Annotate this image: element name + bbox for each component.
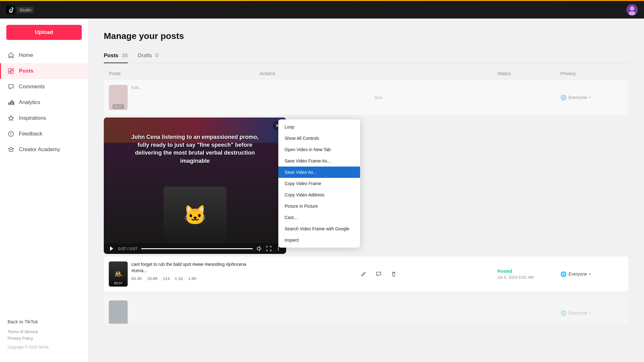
post-actions-col <box>260 269 497 279</box>
privacy-selector-3[interactable]: 🌐 Everyone ▾ <box>560 310 623 316</box>
terms-link[interactable]: Terms of Service <box>8 329 80 334</box>
post-thumbnail-area: 00:07 Edit... <box>109 85 260 110</box>
ctx-loop[interactable]: Loop <box>278 121 360 133</box>
sidebar-item-creator-academy[interactable]: Creator Academy <box>0 142 88 157</box>
ctx-cast[interactable]: Cast... <box>278 212 360 223</box>
thumb-image: 00:07 <box>109 85 128 110</box>
table-row: 00:07 Edit... Blah 🌐 Everyone ▾ <box>104 80 628 115</box>
ctx-search-google[interactable]: Search Video Frame with Google <box>278 223 360 234</box>
video-animal-visual: 🐱 <box>164 187 226 243</box>
post-stats: 83.4K 16.8K 114 1.1K 1.6K <box>131 276 260 281</box>
sidebar-bottom: Back to TikTok Terms of Service Privacy … <box>0 313 88 356</box>
thumb-image: 🤼 00:07 <box>109 261 128 287</box>
svg-rect-10 <box>12 100 13 105</box>
ctx-copy-frame[interactable]: Copy Video Frame <box>278 178 360 189</box>
post-actions-col: Blah <box>260 95 497 100</box>
feedback-icon <box>8 130 14 137</box>
post-thumbnail-area-2 <box>109 300 260 324</box>
video-modal-wrapper: × John Cena listening to an empassioned … <box>104 118 628 254</box>
col-header-actions: Actions <box>260 71 497 76</box>
inspirations-icon <box>8 115 14 122</box>
home-icon <box>8 52 14 59</box>
tab-drafts[interactable]: Drafts 0 <box>138 49 158 63</box>
sidebar-label-inspirations: Inspirations <box>19 115 46 121</box>
svg-rect-8 <box>8 102 9 105</box>
ctx-picture-in-picture[interactable]: Picture in Picture <box>278 200 360 212</box>
ctx-open-new-tab[interactable]: Open Video in New Tab <box>278 144 360 155</box>
chevron-down-icon: ▾ <box>589 95 591 100</box>
sidebar-label-home: Home <box>19 52 33 58</box>
time-current: 0:07 <box>118 246 126 251</box>
fullscreen-button[interactable] <box>266 246 272 251</box>
comments-icon <box>8 83 14 90</box>
stat-bookmarks: 1.6K <box>188 276 197 281</box>
tab-posts-count: 38 <box>122 52 128 58</box>
video-frame: John Cena listening to an empassioned pr… <box>104 118 286 243</box>
globe-icon: 🌐 <box>560 95 567 101</box>
svg-rect-6 <box>11 71 14 74</box>
sidebar-item-feedback[interactable]: Feedback <box>0 126 88 142</box>
stat-comments: 114 <box>163 276 170 281</box>
academy-icon <box>8 146 14 153</box>
stat-likes: 16.8K <box>147 276 158 281</box>
edit-icon[interactable] <box>358 269 369 279</box>
delete-icon[interactable] <box>389 269 399 279</box>
table-header: Posts Actions Status Privacy <box>104 71 628 80</box>
privacy-selector[interactable]: 🌐 Everyone ▾ <box>560 95 623 101</box>
upload-button[interactable]: Upload <box>6 25 82 40</box>
sidebar-item-posts[interactable]: Posts <box>0 63 88 79</box>
back-to-tiktok-link[interactable]: Back to TikTok <box>8 319 80 324</box>
comment-icon[interactable] <box>374 269 384 279</box>
video-overlay-text-content: John Cena listening to an empassioned pr… <box>131 134 258 164</box>
table-row: 🌐 Everyone ▾ <box>104 295 628 324</box>
studio-badge: Studio <box>17 7 34 13</box>
sidebar-item-analytics[interactable]: Analytics <box>0 95 88 110</box>
svg-point-16 <box>278 248 279 249</box>
post-caption: Edit... <box>131 85 260 90</box>
svg-point-17 <box>278 250 279 251</box>
stat-views: 83.4K <box>131 276 142 281</box>
sidebar-item-home[interactable]: Home <box>0 47 88 63</box>
progress-fill <box>141 248 253 249</box>
stat-shares: 1.1K <box>175 276 183 281</box>
privacy-selector[interactable]: 🌐 Everyone ▾ <box>560 271 623 277</box>
globe-icon-3: 🌐 <box>560 310 567 316</box>
time-total: 0:07 <box>130 246 137 251</box>
ctx-show-controls[interactable]: Show All Controls <box>278 133 360 144</box>
ctx-save-frame[interactable]: Save Video Frame As... <box>278 155 360 167</box>
analytics-icon <box>8 99 14 106</box>
col-header-posts: Posts <box>109 71 260 76</box>
svg-rect-5 <box>11 69 14 70</box>
video-player: × John Cena listening to an empassioned … <box>104 118 286 254</box>
sidebar-item-inspirations[interactable]: Inspirations <box>0 110 88 126</box>
thumb-duration: 00:07 <box>113 281 124 285</box>
svg-rect-4 <box>8 69 11 71</box>
footer-links: Terms of Service Privacy Policy Copyrigh… <box>8 329 80 349</box>
mute-button[interactable] <box>257 246 262 251</box>
svg-rect-11 <box>13 101 14 105</box>
privacy-label: Everyone <box>569 95 587 100</box>
post-thumbnail-area: 🤼 00:07 cant forget to rub the bald spot… <box>109 261 260 287</box>
sidebar-item-comments[interactable]: Comments <box>0 79 88 95</box>
svg-marker-14 <box>110 246 113 251</box>
tab-drafts-label: Drafts <box>138 52 152 58</box>
svg-rect-7 <box>8 72 11 74</box>
tiktok-logo-icon <box>6 5 15 14</box>
video-caption-overlay: John Cena listening to an empassioned pr… <box>131 133 259 165</box>
time-display: 0:07 / 0:07 <box>118 246 137 251</box>
play-button[interactable] <box>109 246 114 251</box>
progress-bar[interactable] <box>141 248 253 249</box>
topbar-avatar[interactable] <box>626 4 638 15</box>
ctx-inspect[interactable]: Inspect <box>278 234 360 246</box>
ctx-copy-address[interactable]: Copy Video Address <box>278 189 360 200</box>
sidebar-label-analytics: Analytics <box>19 99 40 106</box>
ctx-save-video-as[interactable]: Save Video As... <box>278 167 360 178</box>
post-meta: Edit... <box>131 85 260 93</box>
table-row: 🤼 00:07 cant forget to rub the bald spot… <box>104 256 628 292</box>
active-bar <box>0 63 1 79</box>
post-caption: cant forget to rub the bald spot #wwe #w… <box>131 261 260 274</box>
tab-posts[interactable]: Posts 38 <box>104 49 128 63</box>
thumb-image-2 <box>109 300 128 324</box>
topbar: Studio <box>0 1 644 19</box>
privacy-link[interactable]: Privacy Policy <box>8 336 80 341</box>
